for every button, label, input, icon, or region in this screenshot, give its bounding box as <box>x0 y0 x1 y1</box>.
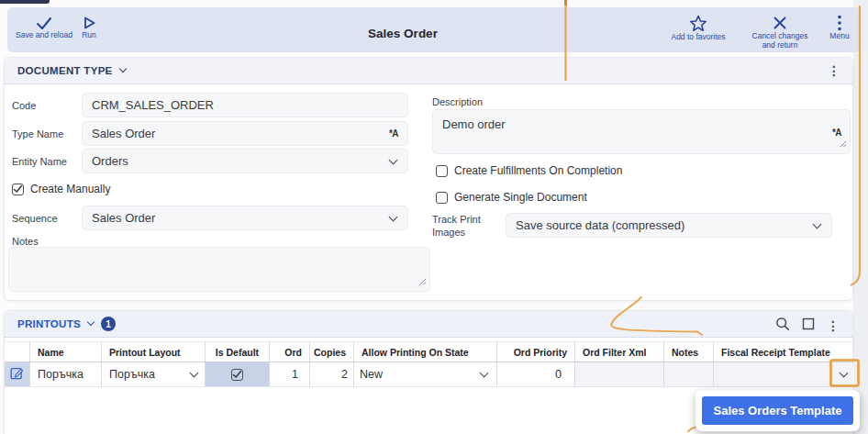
header-copies[interactable]: Copies <box>310 342 354 362</box>
browser-tab-remnant <box>0 0 50 4</box>
generate-single-document-checkbox[interactable]: Generate Single Document <box>436 191 587 204</box>
right-gutter <box>853 0 868 434</box>
header-ord[interactable]: Ord <box>270 342 310 362</box>
chevron-down-icon <box>389 212 398 221</box>
play-icon <box>81 16 97 30</box>
run-button[interactable]: Run <box>75 16 103 40</box>
toolbar: Save and reload Run Sales Order Add to f… <box>7 7 861 52</box>
create-manually-label: Create Manually <box>30 183 110 195</box>
code-value: CRM_SALES_ORDER <box>92 98 398 112</box>
type-name-input[interactable]: Sales Order *A <box>82 121 408 146</box>
resize-grip-icon[interactable] <box>418 274 427 288</box>
header-printout-layout[interactable]: Printout Layout <box>102 342 206 362</box>
save-and-reload-button[interactable]: Save and reload <box>15 16 73 40</box>
check-icon <box>34 16 54 30</box>
checkbox-unchecked-icon <box>436 192 448 204</box>
add-to-favorites-button[interactable]: Add to favorites <box>661 15 736 42</box>
row-ord-priority-cell[interactable]: 0 <box>497 362 575 386</box>
row-edit-cell[interactable] <box>5 362 30 386</box>
maximize-icon[interactable] <box>802 317 815 334</box>
header-fiscal-receipt-template[interactable]: Fiscal Receipt Template <box>714 342 854 362</box>
page-title: Sales Order <box>311 27 495 40</box>
sequence-label: Sequence <box>12 213 58 224</box>
save-and-reload-label: Save and reload <box>16 31 72 40</box>
checkbox-unchecked-icon <box>436 165 448 177</box>
table-header-row: Name Printout Layout Is Default Ord Copi… <box>5 341 854 362</box>
type-name-label: Type Name <box>12 128 63 139</box>
row-copies-cell[interactable]: 2 <box>310 362 354 386</box>
search-icon[interactable] <box>775 317 790 335</box>
chevron-down-icon <box>389 155 398 164</box>
description-label: Description <box>432 96 483 107</box>
printout-layout-value: Поръчка <box>109 368 155 381</box>
menu-button[interactable]: Menu <box>824 15 855 41</box>
cancel-changes-button[interactable]: Cancel changes and return <box>745 15 815 50</box>
header-notes[interactable]: Notes <box>664 342 714 362</box>
header-ord-priority[interactable]: Ord Priority <box>497 342 575 362</box>
chevron-down-icon <box>87 318 95 326</box>
star-icon <box>689 15 707 32</box>
document-type-title: DOCUMENT TYPE <box>17 65 113 76</box>
description-textarea[interactable]: Demo order *A <box>432 109 851 154</box>
checkbox-checked-icon <box>12 184 24 195</box>
row-name-cell[interactable]: Поръчка <box>30 362 102 386</box>
header-allow-printing-on-state[interactable]: Allow Printing On State <box>354 342 497 362</box>
sequence-select[interactable]: Sales Order <box>82 206 408 230</box>
row-notes-cell[interactable] <box>664 362 714 386</box>
document-type-panel: DOCUMENT TYPE ⋮ Code CRM_SALES_ORDER Typ… <box>4 57 853 301</box>
sequence-value: Sales Order <box>92 211 390 225</box>
create-fulfillments-label: Create Fulfillments On Completion <box>454 164 622 177</box>
run-label: Run <box>82 31 96 40</box>
dropdown-item-sales-orders-template[interactable]: Sales Orders Template <box>702 396 853 425</box>
resize-grip-icon[interactable] <box>839 137 847 150</box>
header-ord-filter-xml[interactable]: Ord Filter Xml <box>575 342 664 362</box>
chevron-down-icon <box>118 65 126 72</box>
fiscal-template-dropdown: Sales Orders Template <box>696 390 860 431</box>
printouts-title: PRINTOUTS <box>17 318 81 329</box>
notes-label: Notes <box>12 236 39 247</box>
header-name[interactable]: Name <box>30 342 102 362</box>
description-value: Demo order <box>442 117 506 131</box>
close-icon <box>772 15 788 31</box>
code-label: Code <box>12 100 36 111</box>
document-type-header[interactable]: DOCUMENT TYPE ⋮ <box>5 58 852 84</box>
row-is-default-cell[interactable] <box>206 362 270 386</box>
printouts-table: Name Printout Layout Is Default Ord Copi… <box>5 341 854 387</box>
track-print-images-select[interactable]: Save source data (compressed) <box>506 213 832 238</box>
type-name-value: Sales Order <box>92 127 389 140</box>
menu-label: Menu <box>829 32 849 41</box>
translate-icon[interactable]: *A <box>832 127 841 137</box>
kebab-icon <box>837 15 842 31</box>
chevron-down-icon[interactable] <box>840 369 849 378</box>
row-ord-filter-xml-cell[interactable] <box>575 362 664 386</box>
create-manually-checkbox[interactable]: Create Manually <box>12 183 110 195</box>
chevron-down-icon <box>813 219 822 228</box>
row-allow-printing-cell[interactable]: New <box>354 362 497 386</box>
header-is-default[interactable]: Is Default <box>206 342 270 362</box>
printouts-header[interactable]: PRINTOUTS 1 ⋮ <box>5 311 852 338</box>
code-input[interactable]: CRM_SALES_ORDER <box>82 93 408 117</box>
sales-order-screen: Save and reload Run Sales Order Add to f… <box>0 0 868 434</box>
translate-icon[interactable]: *A <box>389 128 398 139</box>
row-fiscal-receipt-template-cell[interactable] <box>714 362 854 386</box>
allow-printing-value: New <box>360 368 383 381</box>
generate-single-document-label: Generate Single Document <box>454 191 587 204</box>
notes-textarea[interactable] <box>8 247 430 292</box>
chevron-down-icon <box>480 369 489 378</box>
table-row: Поръчка Поръчка 1 2 New 0 <box>5 362 854 387</box>
cancel-changes-label: Cancel changes and return <box>745 32 815 50</box>
add-to-favorites-label: Add to favorites <box>671 33 725 42</box>
track-print-images-value: Save source data (compressed) <box>516 218 814 232</box>
section-kebab-icon[interactable]: ⋮ <box>827 319 840 332</box>
entity-name-label: Entity Name <box>12 156 67 167</box>
entity-name-select[interactable]: Orders <box>82 149 408 173</box>
section-kebab-icon[interactable]: ⋮ <box>828 64 840 77</box>
create-fulfillments-checkbox[interactable]: Create Fulfillments On Completion <box>436 164 622 177</box>
track-print-images-label: Track Print Images <box>432 214 484 239</box>
row-printout-layout-cell[interactable]: Поръчка <box>102 362 206 386</box>
header-edit-column <box>5 342 30 362</box>
chevron-down-icon <box>190 369 199 378</box>
edit-icon <box>10 366 24 383</box>
row-ord-cell[interactable]: 1 <box>270 362 310 386</box>
entity-name-value: Orders <box>92 154 390 168</box>
